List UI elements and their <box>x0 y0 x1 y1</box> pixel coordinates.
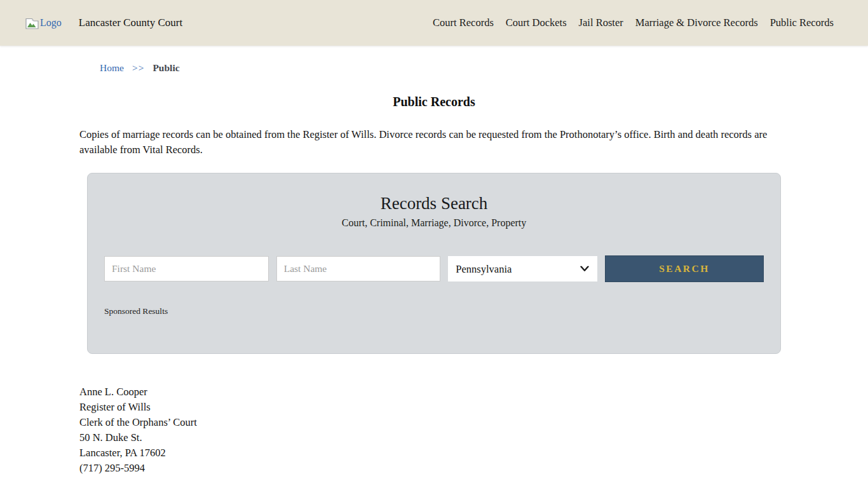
sponsored-results-label: Sponsored Results <box>104 306 764 316</box>
contact-phone: (717) 295-5994 <box>79 461 789 476</box>
first-name-input[interactable] <box>104 256 269 281</box>
site-header: Logo Lancaster County Court Court Record… <box>0 0 868 46</box>
contact-title-register: Register of Wills <box>79 400 789 415</box>
records-search-form: Pennsylvania SEARCH <box>104 255 764 282</box>
breadcrumb-current: Public <box>153 62 179 74</box>
nav-court-records[interactable]: Court Records <box>433 17 494 29</box>
contact-title-clerk: Clerk of the Orphans’ Court <box>79 415 789 430</box>
site-title: Lancaster County Court <box>79 17 182 29</box>
main-nav: Court Records Court Dockets Jail Roster … <box>433 17 834 29</box>
state-select[interactable]: Pennsylvania <box>448 256 597 281</box>
page-title: Public Records <box>79 95 789 109</box>
search-panel-title: Records Search <box>104 194 764 214</box>
logo-broken-image: Logo <box>25 17 62 29</box>
records-search-panel: Records Search Court, Criminal, Marriage… <box>87 173 781 354</box>
search-button[interactable]: SEARCH <box>605 255 764 282</box>
brand: Logo Lancaster County Court <box>25 17 182 29</box>
intro-paragraph: Copies of marriage records can be obtain… <box>79 127 789 158</box>
contact-city-state-zip: Lancaster, PA 17602 <box>79 445 789 461</box>
broken-image-icon <box>25 17 39 29</box>
breadcrumb-separator: >> <box>132 62 144 74</box>
nav-public-records[interactable]: Public Records <box>770 17 834 29</box>
main-content: Home >> Public Public Records Copies of … <box>79 62 789 488</box>
state-select-wrap: Pennsylvania <box>448 256 597 281</box>
contact-block: Anne L. Cooper Register of Wills Clerk o… <box>79 384 789 488</box>
logo-alt-text: Logo <box>40 17 62 29</box>
search-panel-subtitle: Court, Criminal, Marriage, Divorce, Prop… <box>104 217 764 229</box>
breadcrumb-home-link[interactable]: Home <box>100 62 124 74</box>
contact-street: 50 N. Duke St. <box>79 430 789 445</box>
nav-marriage-divorce-records[interactable]: Marriage & Divorce Records <box>635 17 758 29</box>
contact-name: Anne L. Cooper <box>79 384 789 400</box>
nav-jail-roster[interactable]: Jail Roster <box>579 17 623 29</box>
nav-court-dockets[interactable]: Court Dockets <box>506 17 567 29</box>
breadcrumb: Home >> Public <box>100 62 789 74</box>
last-name-input[interactable] <box>276 256 441 281</box>
